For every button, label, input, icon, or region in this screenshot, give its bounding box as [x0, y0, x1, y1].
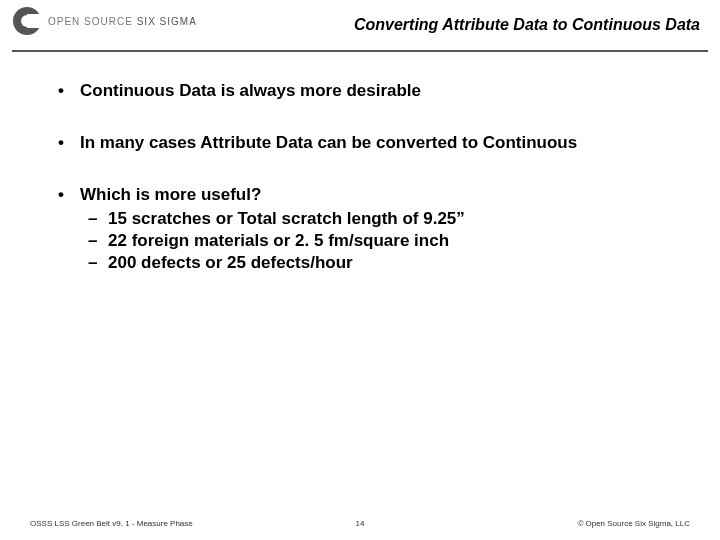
footer-right: © Open Source Six Sigma, LLC: [577, 519, 690, 528]
sub-bullet-item: 200 defects or 25 defects/hour: [80, 252, 670, 274]
bullet-item: In many cases Attribute Data can be conv…: [50, 132, 670, 154]
bullet-item: Which is more useful? 15 scratches or To…: [50, 184, 670, 274]
bullet-text: Which is more useful?: [80, 185, 261, 204]
header: OPEN SOURCE SIX SIGMA Converting Attribu…: [12, 0, 708, 52]
bullet-item: Continuous Data is always more desirable: [50, 80, 670, 102]
svg-point-2: [21, 15, 33, 27]
footer-left: OSSS LSS Green Belt v9. 1 - Measure Phas…: [30, 519, 193, 528]
logo-mark-icon: [12, 6, 42, 36]
content: Continuous Data is always more desirable…: [0, 52, 720, 275]
logo-text-light: OPEN SOURCE: [48, 16, 133, 27]
logo-text: OPEN SOURCE SIX SIGMA: [48, 16, 197, 27]
sub-bullet-item: 15 scratches or Total scratch length of …: [80, 208, 670, 230]
slide: OPEN SOURCE SIX SIGMA Converting Attribu…: [0, 0, 720, 540]
slide-title: Converting Attribute Data to Continuous …: [354, 16, 700, 34]
sub-bullet-item: 22 foreign materials or 2. 5 fm/square i…: [80, 230, 670, 252]
sub-bullet-text: 15 scratches or Total scratch length of …: [108, 209, 465, 228]
logo: OPEN SOURCE SIX SIGMA: [12, 6, 197, 36]
logo-text-bold: SIX SIGMA: [137, 16, 197, 27]
sub-bullet-text: 22 foreign materials or 2. 5 fm/square i…: [108, 231, 449, 250]
page-number: 14: [356, 519, 365, 528]
bullet-text: In many cases Attribute Data can be conv…: [80, 133, 577, 152]
bullet-text: Continuous Data is always more desirable: [80, 81, 421, 100]
sub-bullet-text: 200 defects or 25 defects/hour: [108, 253, 353, 272]
